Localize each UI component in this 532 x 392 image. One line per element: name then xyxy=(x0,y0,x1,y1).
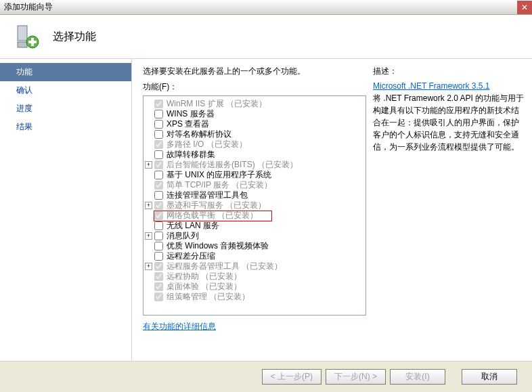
tree-item[interactable]: 组策略管理 （已安装） xyxy=(145,292,364,302)
tree-item[interactable]: WinRM IIS 扩展 （已安装） xyxy=(145,99,364,109)
tree-item[interactable]: 多路径 I/O （已安装） xyxy=(145,139,364,150)
install-button[interactable]: 安装(I) xyxy=(390,369,445,385)
feature-checkbox[interactable] xyxy=(154,150,163,159)
feature-checkbox xyxy=(154,201,163,210)
feature-checkbox[interactable] xyxy=(154,110,163,118)
footer: < 上一步(P) 下一步(N) > 安装(I) 取消 xyxy=(0,361,532,392)
svg-rect-4 xyxy=(28,41,37,43)
description-text: 将 .NET Framework 2.0 API 的功能与用于构建具有以下功能的… xyxy=(373,92,525,153)
page-title: 选择功能 xyxy=(53,30,96,44)
prev-button[interactable]: < 上一步(P) xyxy=(262,369,322,385)
svg-rect-1 xyxy=(18,42,27,47)
features-label: 功能(F)： xyxy=(143,81,366,93)
svg-rect-0 xyxy=(18,26,27,41)
description-link[interactable]: Microsoft .NET Framework 3.5.1 xyxy=(373,81,490,91)
description-title: 描述： xyxy=(373,66,525,77)
feature-checkbox xyxy=(154,100,163,108)
tree-item[interactable]: 优质 Windows 音频视频体验 xyxy=(145,241,364,251)
main-area: 选择要安装在此服务器上的一个或多个功能。 功能(F)： WinRM IIS 扩展… xyxy=(132,59,532,361)
feature-checkbox xyxy=(154,262,163,271)
expand-icon[interactable]: + xyxy=(145,161,152,169)
expand-icon[interactable]: + xyxy=(145,232,152,240)
cancel-button[interactable]: 取消 xyxy=(462,369,517,385)
feature-label: 组策略管理 （已安装） xyxy=(167,291,250,303)
tree-item[interactable]: 基于 UNIX 的应用程序子系统 xyxy=(145,170,364,180)
tree-item[interactable]: XPS 查看器 xyxy=(145,119,364,129)
sidebar-item-results[interactable]: 结果 xyxy=(0,118,131,136)
tree-item[interactable]: 无线 LAN 服务 xyxy=(145,221,364,231)
window-title: 添加功能向导 xyxy=(0,1,53,13)
feature-checkbox[interactable] xyxy=(154,232,163,240)
feature-checkbox xyxy=(154,211,163,220)
instruction-text: 选择要安装在此服务器上的一个或多个功能。 xyxy=(143,66,366,77)
tree-item[interactable]: 桌面体验 （已安装） xyxy=(145,282,364,292)
feature-checkbox xyxy=(154,160,163,169)
feature-checkbox[interactable] xyxy=(154,242,163,251)
close-icon: ✕ xyxy=(521,3,528,12)
tree-item[interactable]: +消息队列 xyxy=(145,231,364,241)
feature-checkbox xyxy=(154,181,163,190)
tree-item[interactable]: 故障转移群集 xyxy=(145,150,364,160)
close-button[interactable]: ✕ xyxy=(517,1,532,14)
wizard-window: 添加功能向导 ✕ 选择功能 功能 确认 进度 结果 选择要安装在此服务器上的一个… xyxy=(0,0,532,392)
features-tree[interactable]: WinRM IIS 扩展 （已安装）WINS 服务器XPS 查看器对等名称解析协… xyxy=(143,95,366,315)
content: 功能 确认 进度 结果 选择要安装在此服务器上的一个或多个功能。 功能(F)： … xyxy=(0,59,532,361)
feature-checkbox[interactable] xyxy=(154,191,163,200)
header: 选择功能 xyxy=(0,15,532,59)
feature-checkbox xyxy=(154,140,163,149)
next-button[interactable]: 下一步(N) > xyxy=(326,369,386,385)
feature-checkbox xyxy=(154,282,163,291)
tree-item[interactable]: WINS 服务器 xyxy=(145,109,364,119)
feature-checkbox[interactable] xyxy=(154,221,163,230)
feature-checkbox[interactable] xyxy=(154,120,163,129)
tree-item[interactable]: +后台智能传送服务(BITS) （已安装） xyxy=(145,160,364,170)
details-link[interactable]: 有关功能的详细信息 xyxy=(143,321,366,332)
tree-item[interactable]: 远程协助 （已安装） xyxy=(145,271,364,282)
tree-item[interactable]: 对等名称解析协议 xyxy=(145,129,364,139)
feature-checkbox[interactable] xyxy=(154,252,163,261)
tree-item[interactable]: 远程差分压缩 xyxy=(145,251,364,261)
tree-item[interactable]: 连接管理器管理工具包 xyxy=(145,190,364,200)
expand-icon[interactable]: + xyxy=(145,263,152,270)
sidebar-item-progress[interactable]: 进度 xyxy=(0,100,131,118)
feature-checkbox xyxy=(154,292,163,301)
titlebar: 添加功能向导 ✕ xyxy=(0,0,532,15)
sidebar-item-confirm[interactable]: 确认 xyxy=(0,81,131,100)
tree-item[interactable]: +远程服务器管理工具 （已安装） xyxy=(145,261,364,271)
expand-icon[interactable]: + xyxy=(145,202,152,209)
sidebar-item-features[interactable]: 功能 xyxy=(0,63,131,81)
description-column: 描述： Microsoft .NET Framework 3.5.1 将 .NE… xyxy=(373,66,525,361)
tree-item[interactable]: 网络负载平衡 （已安装） xyxy=(145,211,364,221)
feature-checkbox[interactable] xyxy=(154,171,163,179)
tree-item[interactable]: +墨迹和手写服务 （已安装） xyxy=(145,200,364,211)
wizard-icon xyxy=(14,23,41,50)
sidebar: 功能 确认 进度 结果 xyxy=(0,59,132,361)
feature-checkbox[interactable] xyxy=(154,130,163,139)
features-column: 选择要安装在此服务器上的一个或多个功能。 功能(F)： WinRM IIS 扩展… xyxy=(143,66,366,361)
feature-checkbox xyxy=(154,272,163,281)
tree-item[interactable]: 简单 TCP/IP 服务 （已安装） xyxy=(145,180,364,190)
